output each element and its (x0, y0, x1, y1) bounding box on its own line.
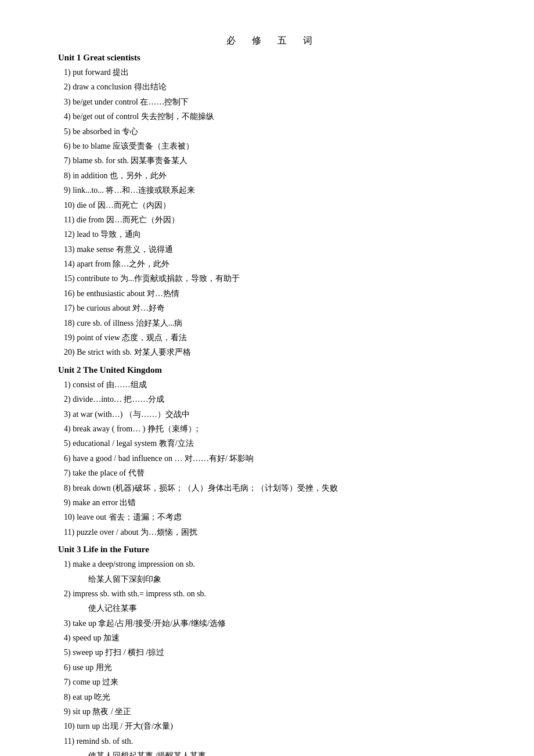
list-item: 3) take up 拿起/占用/接受/开始/从事/继续/选修 (58, 617, 488, 630)
list-item: 1) make a deep/strong impression on sb. (58, 558, 488, 571)
unit-heading-unit2: Unit 2 The United Kingdom (58, 365, 488, 375)
list-item: 16) be enthusiastic about 对…热情 (58, 287, 488, 300)
list-item: 2) draw a conclusion 得出结论 (58, 81, 488, 93)
list-item: 15) contribute to 为...作贡献或捐款，导致，有助于 (58, 272, 488, 285)
list-item: 8) break down (机器)破坏，损坏；（人）身体出毛病；（计划等）受挫… (58, 482, 488, 495)
list-item: 10) die of 因…而死亡（内因） (58, 199, 488, 212)
list-item: 11) die from 因…而死亡（外因） (58, 214, 488, 226)
list-item: 2) impress sb. with sth.= impress sth. o… (58, 588, 488, 600)
unit-heading-unit1: Unit 1 Great scientists (58, 53, 488, 63)
page-container: 必 修 五 词 Unit 1 Great scientists1) put fo… (58, 35, 488, 756)
list-item: 14) apart from 除…之外，此外 (58, 258, 488, 271)
list-item-subtext: 使某人回想起某事 /提醒某人某事 (58, 750, 488, 756)
list-item-subtext: 给某人留下深刻印象 (58, 573, 488, 586)
list-item: 8) eat up 吃光 (58, 691, 488, 704)
list-item: 9) sit up 熬夜 / 坐正 (58, 705, 488, 718)
list-item: 12) lead to 导致，通向 (58, 228, 488, 241)
list-item: 6) be to blame 应该受责备（主表被） (58, 140, 488, 153)
unit-section-unit2: Unit 2 The United Kingdom1) consist of 由… (58, 365, 488, 539)
list-item: 7) blame sb. for sth. 因某事责备某人 (58, 154, 488, 167)
list-item: 6) use up 用光 (58, 661, 488, 674)
list-item: 7) come up 过来 (58, 676, 488, 689)
list-item: 8) in addition 也，另外，此外 (58, 170, 488, 182)
list-item: 5) be absorbed in 专心 (58, 125, 488, 138)
list-item: 4) speed up 加速 (58, 632, 488, 645)
list-item: 6) have a good / bad influence on … 对……有… (58, 452, 488, 465)
list-item: 10) turn up 出现 / 开大(音/水量) (58, 720, 488, 733)
unit-section-unit1: Unit 1 Great scientists1) put forward 提出… (58, 53, 488, 359)
list-item: 4) be/get out of control 失去控制，不能操纵 (58, 110, 488, 123)
list-item: 3) at war (with…) （与……）交战中 (58, 408, 488, 421)
vocab-list-unit2: 1) consist of 由……组成2) divide…into… 把……分成… (58, 379, 488, 539)
list-item: 19) point of view 态度，观点，看法 (58, 332, 488, 344)
vocab-list-unit1: 1) put forward 提出2) draw a conclusion 得出… (58, 66, 488, 359)
list-item: 11) puzzle over / about 为…烦恼，困扰 (58, 526, 488, 539)
list-item: 1) consist of 由……组成 (58, 379, 488, 391)
list-item: 2) divide…into… 把……分成 (58, 393, 488, 406)
list-item: 4) break away ( from… ) 挣托（束缚）; (58, 423, 488, 435)
unit-heading-unit3: Unit 3 Life in the Future (58, 545, 488, 555)
unit-section-unit3: Unit 3 Life in the Future1) make a deep/… (58, 545, 488, 756)
list-item: 5) educational / legal system 教育/立法 (58, 437, 488, 450)
list-item: 1) put forward 提出 (58, 66, 488, 79)
list-item: 18) cure sb. of illness 治好某人...病 (58, 317, 488, 330)
vocab-list-unit3: 1) make a deep/strong impression on sb.给… (58, 558, 488, 756)
page-title: 必 修 五 词 (58, 35, 488, 47)
list-item-subtext: 使人记往某事 (58, 602, 488, 615)
list-item: 9) make an error 出错 (58, 496, 488, 509)
list-item: 7) take the place of 代替 (58, 467, 488, 480)
list-item: 5) sweep up 打扫 / 横扫 /掠过 (58, 646, 488, 659)
list-item: 11) remind sb. of sth. (58, 735, 488, 748)
list-item: 17) be curious about 对…好奇 (58, 302, 488, 315)
list-item: 20) Be strict with sb. 对某人要求严格 (58, 346, 488, 359)
list-item: 9) link...to... 将…和…连接或联系起来 (58, 184, 488, 197)
list-item: 10) leave out 省去；遗漏；不考虑 (58, 511, 488, 524)
list-item: 3) be/get under control 在……控制下 (58, 96, 488, 109)
list-item: 13) make sense 有意义，说得通 (58, 243, 488, 256)
